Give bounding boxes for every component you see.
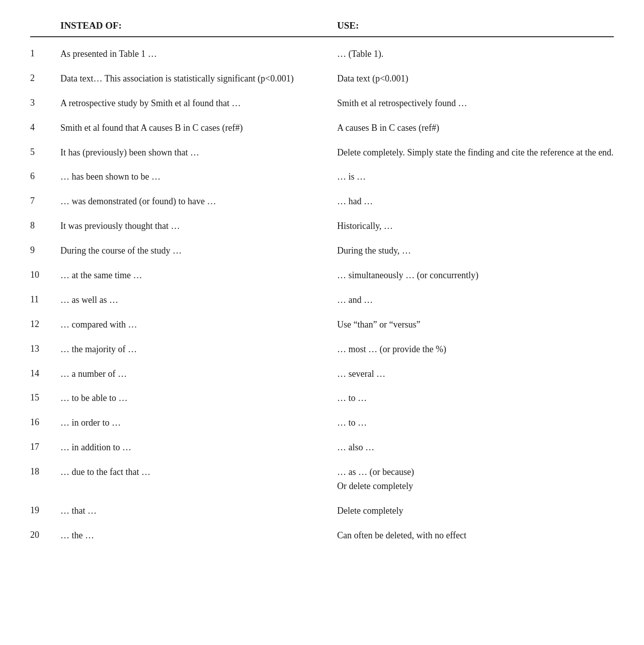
- table-row: 17… in addition to …… also …: [30, 436, 614, 460]
- table-row: 18… due to the fact that …… as … (or bec…: [30, 460, 614, 499]
- use-cell: … simultaneously … (or concurrently): [337, 269, 614, 283]
- use-cell: Use “than” or “versus”: [337, 318, 614, 332]
- instead-cell: … compared with …: [60, 318, 337, 332]
- row-number: 13: [30, 343, 60, 354]
- instead-cell: It was previously thought that …: [60, 219, 337, 233]
- table-row: 1As presented in Table 1 …… (Table 1).: [30, 42, 614, 67]
- header-instead: INSTEAD OF:: [60, 20, 337, 31]
- instead-cell: … a number of …: [60, 367, 337, 381]
- instead-cell: … as well as …: [60, 293, 337, 307]
- header-use: USE:: [337, 20, 614, 31]
- instead-cell: … due to the fact that …: [60, 465, 337, 479]
- instead-cell: It has (previously) been shown that …: [60, 146, 337, 160]
- instead-cell: A retrospective study by Smith et al fou…: [60, 97, 337, 111]
- instead-cell: … that …: [60, 504, 337, 518]
- use-cell: … several …: [337, 367, 614, 381]
- table-row: 2Data text… This association is statisti…: [30, 67, 614, 92]
- row-number: 12: [30, 318, 60, 330]
- instead-cell: … to be able to …: [60, 391, 337, 406]
- row-number: 7: [30, 195, 60, 206]
- instead-cell: As presented in Table 1 …: [60, 47, 337, 61]
- table-row: 7… was demonstrated (or found) to have ……: [30, 190, 614, 214]
- use-cell: … most … (or provide the %): [337, 343, 614, 357]
- use-cell: Historically, …: [337, 219, 614, 233]
- table-row: 4Smith et al found that A causes B in C …: [30, 116, 614, 141]
- table-row: 11… as well as …… and …: [30, 288, 614, 313]
- row-number: 3: [30, 97, 60, 108]
- instead-cell: … at the same time …: [60, 269, 337, 283]
- table-row: 3A retrospective study by Smith et al fo…: [30, 92, 614, 116]
- row-number: 18: [30, 465, 60, 477]
- table-row: 19… that …Delete completely: [30, 499, 614, 524]
- row-number: 15: [30, 391, 60, 403]
- main-table: INSTEAD OF: USE: 1As presented in Table …: [30, 20, 614, 548]
- row-number: 10: [30, 269, 60, 280]
- use-cell: Smith et al retrospectively found …: [337, 97, 614, 111]
- use-cell: Can often be deleted, with no effect: [337, 529, 614, 543]
- row-number: 20: [30, 529, 60, 540]
- use-cell: Delete completely. Simply state the find…: [337, 146, 614, 160]
- table-row: 5It has (previously) been shown that …De…: [30, 141, 614, 166]
- use-cell: During the study, …: [337, 244, 614, 258]
- table-row: 8It was previously thought that …Histori…: [30, 214, 614, 239]
- table-row: 6… has been shown to be …… is …: [30, 165, 614, 190]
- use-cell: … and …: [337, 293, 614, 307]
- table-row: 16… in order to …… to …: [30, 411, 614, 436]
- row-number: 16: [30, 416, 60, 428]
- table-row: 10… at the same time …… simultaneously ……: [30, 264, 614, 288]
- use-cell: … to …: [337, 391, 614, 406]
- table-row: 13… the majority of …… most … (or provid…: [30, 338, 614, 362]
- instead-cell: … has been shown to be …: [60, 170, 337, 184]
- table-row: 12… compared with …Use “than” or “versus…: [30, 313, 614, 338]
- instead-cell: … the majority of …: [60, 343, 337, 357]
- row-number: 19: [30, 504, 60, 516]
- instead-cell: Smith et al found that A causes B in C c…: [60, 121, 337, 135]
- instead-cell: Data text… This association is statistic…: [60, 72, 337, 86]
- instead-cell: … in order to …: [60, 416, 337, 430]
- row-number: 6: [30, 170, 60, 182]
- row-number: 2: [30, 72, 60, 84]
- use-cell: Delete completely: [337, 504, 614, 518]
- row-number: 14: [30, 367, 60, 379]
- table-row: 9During the course of the study …During …: [30, 239, 614, 264]
- row-number: 9: [30, 244, 60, 256]
- use-cell: … to …: [337, 416, 614, 430]
- table-row: 20… the …Can often be deleted, with no e…: [30, 524, 614, 548]
- row-number: 5: [30, 146, 60, 157]
- header-num: [30, 20, 60, 31]
- row-number: 4: [30, 121, 60, 133]
- row-number: 1: [30, 47, 60, 59]
- table-row: 14… a number of …… several …: [30, 362, 614, 387]
- use-cell: … had …: [337, 195, 614, 209]
- table-row: 15… to be able to …… to …: [30, 386, 614, 411]
- instead-cell: … in addition to …: [60, 441, 337, 455]
- instead-cell: … was demonstrated (or found) to have …: [60, 195, 337, 209]
- use-cell: A causes B in C cases (ref#): [337, 121, 614, 135]
- instead-cell: During the course of the study …: [60, 244, 337, 258]
- instead-cell: … the …: [60, 529, 337, 543]
- row-number: 8: [30, 219, 60, 231]
- row-number: 17: [30, 441, 60, 452]
- use-cell: … as … (or because)Or delete completely: [337, 465, 614, 494]
- table-header: INSTEAD OF: USE:: [30, 20, 614, 37]
- use-cell: … is …: [337, 170, 614, 184]
- use-cell: … also …: [337, 441, 614, 455]
- use-cell: Data text (p<0.001): [337, 72, 614, 86]
- row-number: 11: [30, 293, 60, 305]
- use-cell: … (Table 1).: [337, 47, 614, 61]
